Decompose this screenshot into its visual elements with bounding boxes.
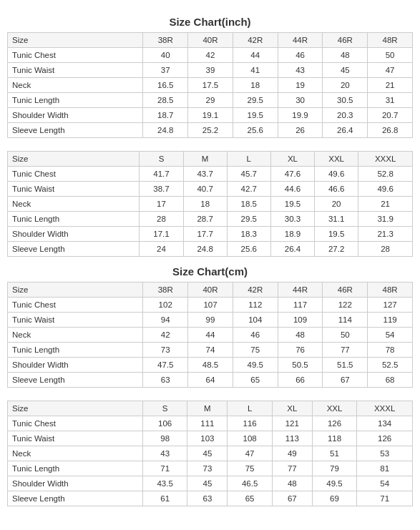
column-header: 38R [143,283,188,298]
column-header: Size [8,401,143,416]
cell-value: 99 [188,313,233,328]
row-label: Tunic Length [8,93,143,108]
cell-value: 46 [233,328,278,343]
cell-value: 28.5 [143,93,188,108]
cell-value: 50.5 [278,358,323,373]
cell-value: 43 [278,63,323,78]
row-label: Tunic Chest [8,167,140,182]
cell-value: 114 [323,313,368,328]
column-header: 42R [233,283,278,298]
column-header: 44R [278,33,323,48]
cell-value: 46 [278,48,323,63]
row-label: Shoulder Width [8,476,143,491]
cell-value: 134 [357,416,413,431]
cm-r-table: Size38R40R42R44R46R48R Tunic Chest102107… [7,282,413,388]
cell-value: 42.7 [227,182,270,197]
column-header: 48R [368,283,413,298]
cell-value: 118 [312,431,357,446]
column-header: XL [272,401,312,416]
cell-value: 44 [233,48,278,63]
cell-value: 25.6 [233,123,278,138]
row-label: Sleeve Length [8,491,143,506]
cell-value: 106 [142,416,187,431]
cell-value: 24.8 [143,123,188,138]
cell-value: 42 [188,48,233,63]
cell-value: 20 [323,78,368,93]
cell-value: 44.6 [270,182,314,197]
column-header: 40R [188,283,233,298]
cell-value: 26.4 [323,123,368,138]
cell-value: 126 [312,416,357,431]
cell-value: 107 [188,298,233,313]
cell-value: 108 [228,431,273,446]
column-header: XXXL [358,152,413,167]
cell-value: 42 [143,328,188,343]
column-header: 48R [368,33,413,48]
cell-value: 20.3 [323,108,368,123]
cell-value: 18.7 [143,108,188,123]
cell-value: 28 [358,242,413,257]
cell-value: 31 [368,93,413,108]
column-header: XXL [315,152,358,167]
row-label: Sleeve Length [8,373,143,388]
cell-value: 98 [142,431,187,446]
row-label: Tunic Chest [8,416,143,431]
cell-value: 49.6 [315,167,358,182]
row-label: Neck [8,328,143,343]
cell-value: 43.5 [142,476,187,491]
cell-value: 48 [323,48,368,63]
cell-value: 119 [368,313,413,328]
cell-value: 18.3 [227,227,270,242]
cell-value: 50 [368,48,413,63]
cell-value: 65 [233,373,278,388]
row-label: Neck [8,78,143,93]
cell-value: 54 [368,328,413,343]
cell-value: 102 [143,298,188,313]
cell-value: 45.7 [227,167,270,182]
cell-value: 43 [142,446,187,461]
cell-value: 19.5 [315,227,358,242]
cell-value: 66 [278,373,323,388]
cell-value: 116 [228,416,273,431]
row-label: Shoulder Width [8,108,143,123]
row-label: Tunic Chest [8,298,143,313]
cell-value: 48 [272,476,312,491]
cell-value: 38.7 [140,182,183,197]
cm-s-table: SizeSMLXLXXLXXXL Tunic Chest106111116121… [7,401,413,506]
cell-value: 21.3 [358,227,413,242]
cell-value: 61 [142,491,187,506]
column-header: 46R [323,283,368,298]
column-header: L [228,401,273,416]
column-header: Size [8,152,140,167]
column-header: Size [8,33,143,48]
row-label: Tunic Waist [8,431,143,446]
cell-value: 46.5 [228,476,273,491]
column-header: 44R [278,283,323,298]
cell-value: 28 [140,212,183,227]
column-header: 46R [323,33,368,48]
row-label: Shoulder Width [8,358,143,373]
cell-value: 51 [312,446,357,461]
cell-value: 29.5 [233,93,278,108]
cell-value: 49.5 [312,476,357,491]
cell-value: 28.7 [183,212,227,227]
cell-value: 67 [272,491,312,506]
cell-value: 81 [357,461,413,476]
cell-value: 49 [272,446,312,461]
cell-value: 69 [312,491,357,506]
cell-value: 29 [188,93,233,108]
cell-value: 19.5 [270,197,314,212]
cell-value: 78 [368,343,413,358]
column-header: XL [270,152,314,167]
cell-value: 49.5 [233,358,278,373]
cell-value: 16.5 [143,78,188,93]
cell-value: 77 [272,461,312,476]
cell-value: 104 [233,313,278,328]
cell-value: 19 [278,78,323,93]
column-header: S [142,401,187,416]
column-header: 42R [233,33,278,48]
inch-r-table: Size38R40R42R44R46R48R Tunic Chest404244… [7,32,413,138]
cell-value: 17.5 [188,78,233,93]
cell-value: 47 [228,446,273,461]
cell-value: 117 [278,298,323,313]
